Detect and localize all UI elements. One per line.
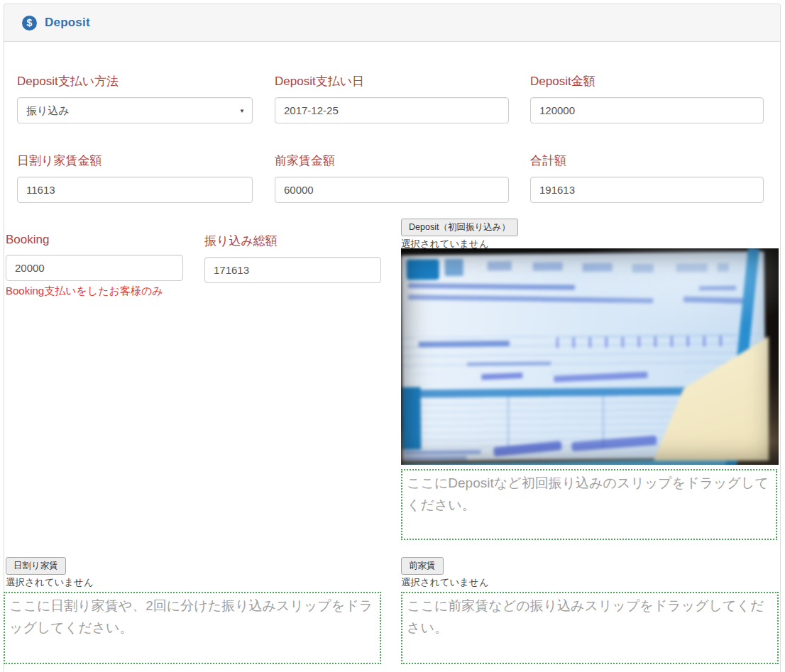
advance-rent-input[interactable] xyxy=(275,177,509,203)
total-amount-label: 合計額 xyxy=(530,153,764,169)
payment-date-group: Deposit支払い日 xyxy=(275,73,509,123)
advance-slip-dropzone[interactable]: ここに前家賃などの振り込みスリップをドラッグしてください。 xyxy=(401,592,779,664)
prorated-slip-file-button[interactable]: 日割り家賃 xyxy=(6,557,66,575)
advance-slip-dropzone-text: ここに前家賃などの振り込みスリップをドラッグしてください。 xyxy=(407,598,764,635)
booking-note: Booking支払いをしたお客様のみ xyxy=(6,285,183,298)
payment-method-group: Deposit支払い方法 振り込み ▼ xyxy=(17,73,253,123)
prorated-slip-upload: 日割り家賃 選択されていません xyxy=(6,557,94,589)
deposit-amount-group: Deposit金額 xyxy=(530,73,764,123)
deposit-page: $ Deposit Deposit支払い方法 振り込み ▼ Deposit支払い… xyxy=(0,0,785,672)
deposit-slip-dropzone[interactable]: ここにDepositなど初回振り込みのスリップをドラッグしてください。 xyxy=(401,469,777,540)
booking-label: Booking xyxy=(6,233,183,247)
prorated-rent-group: 日割り家賃金額 xyxy=(17,153,253,203)
bank-slip-photo xyxy=(401,248,779,465)
advance-slip-file-button[interactable]: 前家賃 xyxy=(401,557,444,575)
transfer-total-group: 振り込み総額 xyxy=(204,233,381,283)
prorated-slip-file-status: 選択されていません xyxy=(6,576,94,589)
booking-group: Booking Booking支払いをしたお客様のみ xyxy=(6,233,183,298)
prorated-slip-dropzone[interactable]: ここに日割り家賃や、2回に分けた振り込みスリップをドラッグしてください。 xyxy=(4,592,381,664)
transfer-total-label: 振り込み総額 xyxy=(204,233,381,249)
deposit-amount-label: Deposit金額 xyxy=(530,73,764,89)
total-amount-group: 合計額 xyxy=(530,153,764,203)
transfer-total-input[interactable] xyxy=(204,257,381,283)
advance-slip-upload: 前家賃 選択されていません xyxy=(401,557,489,589)
prorated-slip-dropzone-text: ここに日割り家賃や、2回に分けた振り込みスリップをドラッグしてください。 xyxy=(9,598,373,635)
dollar-circle-icon: $ xyxy=(22,16,37,31)
payment-method-select[interactable]: 振り込み xyxy=(17,97,253,123)
payment-method-select-wrap: 振り込み ▼ xyxy=(17,97,253,123)
advance-rent-label: 前家賃金額 xyxy=(275,153,509,169)
deposit-slip-dropzone-text: ここにDepositなど初回振り込みのスリップをドラッグしてください。 xyxy=(407,475,769,512)
panel-header: $ Deposit xyxy=(4,4,780,42)
deposit-slip-upload: Deposit（初回振り込み） 選択されていません xyxy=(401,219,518,250)
advance-slip-file-status: 選択されていません xyxy=(401,576,489,589)
bank-logo xyxy=(407,259,439,280)
payment-method-label: Deposit支払い方法 xyxy=(17,73,253,89)
prorated-rent-label: 日割り家賃金額 xyxy=(17,153,253,169)
panel-title: Deposit xyxy=(45,16,90,30)
deposit-slip-file-button[interactable]: Deposit（初回振り込み） xyxy=(401,219,518,236)
total-amount-input[interactable] xyxy=(530,177,764,203)
booking-input[interactable] xyxy=(6,255,183,281)
prorated-rent-input[interactable] xyxy=(17,177,253,203)
deposit-slip-preview-image xyxy=(401,248,779,465)
deposit-amount-input[interactable] xyxy=(530,97,764,123)
payment-date-label: Deposit支払い日 xyxy=(275,73,509,89)
advance-rent-group: 前家賃金額 xyxy=(275,153,509,203)
payment-date-input[interactable] xyxy=(275,97,509,123)
